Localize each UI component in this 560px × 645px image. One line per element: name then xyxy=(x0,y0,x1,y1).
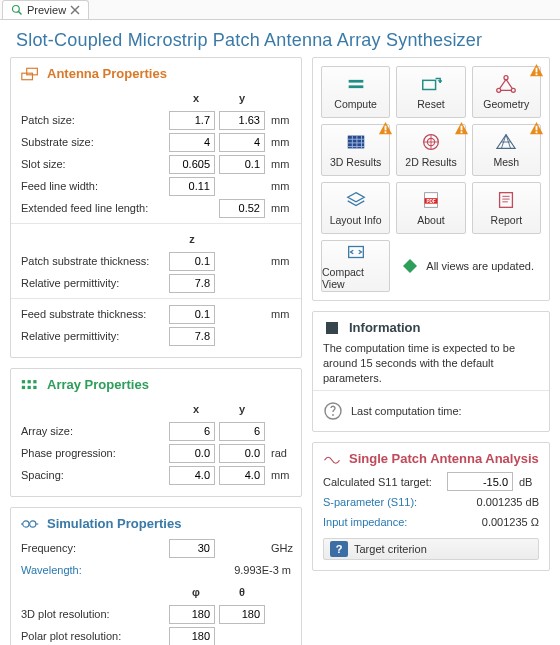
grid3d-icon xyxy=(345,132,367,152)
ext-feed-input[interactable] xyxy=(219,199,265,218)
patch-x-input[interactable] xyxy=(169,111,215,130)
panel-array: Array Properties xy Array size: Phase pr… xyxy=(10,368,302,497)
panel-actions: Compute Reset Geometry 3D Results xyxy=(312,57,550,301)
layout-button[interactable]: Layout Info xyxy=(321,182,390,234)
zin-label[interactable]: Input impedance: xyxy=(323,516,469,528)
sparam-label[interactable]: S-parameter (S11): xyxy=(323,496,469,508)
svg-rect-56 xyxy=(326,322,338,334)
feed-sub-z-input[interactable] xyxy=(169,305,215,324)
tab-preview[interactable]: Preview xyxy=(2,0,89,19)
info-text: The computation time is expected to be a… xyxy=(323,341,539,386)
svg-point-58 xyxy=(332,414,334,416)
spacing-y-input[interactable] xyxy=(219,466,265,485)
phase-x-input[interactable] xyxy=(169,444,215,463)
warning-icon xyxy=(454,121,469,136)
mesh-icon xyxy=(495,132,517,152)
slot-y-input[interactable] xyxy=(219,155,265,174)
geometry-button[interactable]: Geometry xyxy=(472,66,541,118)
feed-width-input[interactable] xyxy=(169,177,215,196)
svg-rect-7 xyxy=(28,380,31,383)
perm2-input[interactable] xyxy=(169,327,215,346)
panel-heading: Single Patch Antenna Analysis xyxy=(349,451,539,466)
panel-heading: Information xyxy=(349,320,421,335)
warning-icon xyxy=(529,121,544,136)
perm1-input[interactable] xyxy=(169,274,215,293)
info-icon xyxy=(323,321,341,335)
report-icon xyxy=(495,190,517,210)
array-icon xyxy=(21,378,39,392)
simulation-icon xyxy=(21,517,39,531)
mesh-button[interactable]: Mesh xyxy=(472,124,541,176)
svg-point-24 xyxy=(497,88,501,92)
svg-rect-9 xyxy=(22,385,25,388)
results-3d-button[interactable]: 3D Results xyxy=(321,124,390,176)
slot-x-input[interactable] xyxy=(169,155,215,174)
svg-rect-21 xyxy=(536,68,538,73)
zin-value: 0.001235 Ω xyxy=(469,516,539,528)
diamond-ok-icon xyxy=(402,258,418,274)
svg-rect-28 xyxy=(385,131,387,133)
svg-rect-10 xyxy=(28,385,31,388)
report-button[interactable]: Report xyxy=(472,182,541,234)
compact-icon xyxy=(345,242,367,262)
panel-heading: Antenna Properties xyxy=(47,66,167,81)
warning-icon xyxy=(529,63,544,78)
about-button[interactable]: PDF About xyxy=(396,182,465,234)
freq-input[interactable] xyxy=(169,539,215,558)
phase-y-input[interactable] xyxy=(219,444,265,463)
close-icon[interactable] xyxy=(70,5,80,15)
warning-icon xyxy=(378,121,393,136)
svg-point-13 xyxy=(30,520,36,526)
wavelength-value: 9.993E-3 m xyxy=(171,564,291,576)
svg-rect-37 xyxy=(460,126,462,131)
panel-heading: Array Properties xyxy=(47,377,149,392)
compute-button[interactable]: Compute xyxy=(321,66,390,118)
geometry-icon xyxy=(495,74,517,94)
reset-button[interactable]: Reset xyxy=(396,66,465,118)
svg-point-25 xyxy=(512,88,516,92)
svg-text:PDF: PDF xyxy=(426,199,435,204)
analysis-footer: ? Target criterion xyxy=(323,538,539,560)
substrate-x-input[interactable] xyxy=(169,133,215,152)
status-cell: All views are updated. xyxy=(396,240,541,292)
array-x-input[interactable] xyxy=(169,422,215,441)
svg-rect-38 xyxy=(460,131,462,133)
patch-sub-z-input[interactable] xyxy=(169,252,215,271)
svg-rect-45 xyxy=(536,131,538,133)
spacing-x-input[interactable] xyxy=(169,466,215,485)
patch-y-input[interactable] xyxy=(219,111,265,130)
results-2d-button[interactable]: 2D Results xyxy=(396,124,465,176)
layout-icon xyxy=(345,190,367,210)
svg-marker-55 xyxy=(403,259,417,273)
compute-icon xyxy=(345,74,367,94)
svg-point-0 xyxy=(13,6,20,13)
tab-bar: Preview xyxy=(0,0,560,20)
svg-rect-44 xyxy=(536,126,538,131)
tab-label: Preview xyxy=(27,4,66,16)
array-y-input[interactable] xyxy=(219,422,265,441)
app-window: Preview Slot-Coupled Microstrip Patch An… xyxy=(0,0,560,645)
reset-icon xyxy=(420,74,442,94)
svg-rect-18 xyxy=(423,80,436,89)
help-button[interactable]: ? xyxy=(330,541,348,557)
antenna-icon xyxy=(21,67,39,81)
wavelength-link[interactable]: Wavelength: xyxy=(21,564,171,576)
s11-target-input[interactable] xyxy=(447,472,513,491)
substrate-y-input[interactable] xyxy=(219,133,265,152)
svg-point-23 xyxy=(504,76,508,80)
page-title: Slot-Coupled Microstrip Patch Antenna Ar… xyxy=(0,20,560,57)
sparam-value: 0.001235 dB xyxy=(469,496,539,508)
content: Antenna Properties xy Patch size:mm Subs… xyxy=(0,57,560,645)
panel-analysis: Single Patch Antenna Analysis Calculated… xyxy=(312,442,550,571)
last-time-label: Last computation time: xyxy=(351,405,462,417)
clock-question-icon xyxy=(323,401,343,421)
svg-rect-50 xyxy=(500,193,513,208)
plot3d-theta-input[interactable] xyxy=(219,605,265,624)
compact-view-button[interactable]: Compact View xyxy=(321,240,390,292)
svg-rect-22 xyxy=(536,73,538,75)
plot3d-phi-input[interactable] xyxy=(169,605,215,624)
polar-input[interactable] xyxy=(169,627,215,646)
svg-line-1 xyxy=(19,12,22,15)
status-text: All views are updated. xyxy=(426,260,534,272)
svg-rect-8 xyxy=(33,380,36,383)
